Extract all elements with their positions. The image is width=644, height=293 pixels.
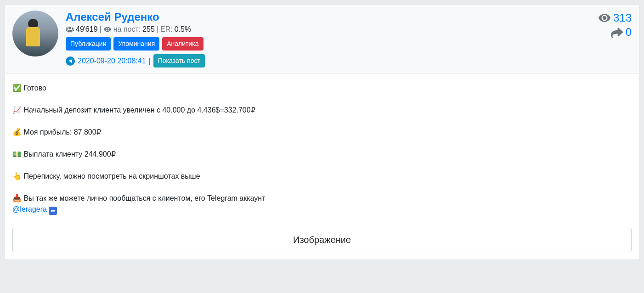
post-line-1-text: Готово: [23, 84, 46, 92]
users-icon: [66, 26, 74, 33]
tab-analytics[interactable]: Аналитика: [162, 37, 203, 51]
post-line-2-text: Начальный депозит клиента увеличен с 40.…: [23, 106, 255, 114]
per-post-value: 255: [142, 25, 155, 34]
views-metric: 313: [599, 11, 632, 25]
post-line-3-text: Моя прибыль: 87.800₽: [23, 128, 101, 136]
image-button[interactable]: Изображение: [12, 228, 632, 252]
tabs-row: Публикации Упоминания Аналитика: [66, 37, 591, 51]
mention-link[interactable]: @leragera: [12, 205, 47, 213]
post-line-6: 📥 Вы так же можете лично пообщаться с кл…: [12, 193, 632, 215]
er-value: 0.5%: [175, 25, 191, 34]
post-line-3: 💰 Моя прибыль: 87.800₽: [12, 127, 632, 138]
stats-line: 49'619 | на пост: 255 | ER: 0.5%: [66, 25, 591, 34]
telegram-icon: [66, 56, 75, 66]
post-line-5-text: Переписку, можно посмотреть на скриншота…: [23, 172, 200, 180]
channel-name-link[interactable]: Алексей Руденко: [66, 11, 159, 23]
eye-icon: [599, 12, 610, 24]
avatar[interactable]: [12, 11, 58, 56]
shares-metric: 0: [599, 25, 632, 39]
post-text: ✅ Готово 📈 Начальный депозит клиента уве…: [12, 83, 632, 215]
post-line-1: ✅ Готово: [12, 83, 632, 94]
per-post-label: на пост:: [113, 25, 141, 34]
post-line-2: 📈 Начальный депозит клиента увеличен с 4…: [12, 105, 632, 116]
eye-icon: [103, 26, 112, 33]
tab-mentions[interactable]: Упоминания: [113, 37, 159, 51]
timestamp-link[interactable]: 2020-09-20 20:08:41: [78, 57, 146, 65]
show-post-button[interactable]: Показать пост: [153, 54, 205, 68]
meta-line: 2020-09-20 20:08:41 | Показать пост: [66, 54, 591, 68]
tab-publications[interactable]: Публикации: [66, 37, 111, 51]
post-line-4: 💵 Выплата клиенту 244.900₽: [12, 149, 632, 160]
views-count: 313: [613, 11, 632, 25]
share-icon: [611, 26, 623, 38]
post-line-4-text: Выплата клиенту 244.900₽: [23, 150, 115, 158]
subscriber-count: 49'619: [76, 25, 98, 34]
post-line-6-text: Вы так же можете лично пообщаться с клие…: [23, 194, 265, 202]
post-line-5: 👆 Переписку, можно посмотреть на скриншо…: [12, 171, 632, 182]
arrow-emoji: ⬅: [49, 207, 57, 215]
shares-count: 0: [626, 25, 632, 39]
post-card: Алексей Руденко 49'619 | на пост: 255 | …: [5, 5, 639, 260]
er-label: ER:: [160, 25, 173, 34]
header-info: Алексей Руденко 49'619 | на пост: 255 | …: [66, 11, 591, 68]
metrics: 313 0: [599, 11, 632, 39]
card-header: Алексей Руденко 49'619 | на пост: 255 | …: [5, 5, 639, 73]
card-body: ✅ Готово 📈 Начальный депозит клиента уве…: [5, 73, 639, 259]
